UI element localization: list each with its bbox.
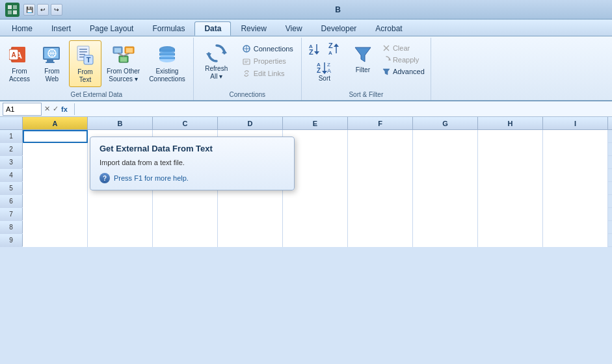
cell-E7[interactable] [283, 208, 348, 221]
cancel-icon[interactable]: ✕ [44, 105, 50, 113]
tab-formulas[interactable]: Formulas [143, 21, 194, 36]
sort-az-button[interactable]: A Z [306, 40, 324, 57]
cell-I8[interactable] [543, 221, 608, 234]
col-header-B[interactable]: B [88, 117, 153, 129]
from-other-sources-button[interactable]: From OtherSources ▾ [103, 40, 144, 86]
cell-H9[interactable] [478, 234, 543, 247]
cell-G5[interactable] [413, 182, 478, 195]
clear-button[interactable]: Clear [380, 43, 427, 53]
cell-I2[interactable] [543, 143, 608, 156]
cell-G6[interactable] [413, 195, 478, 208]
cell-H6[interactable] [478, 195, 543, 208]
cell-G1[interactable] [413, 130, 478, 143]
cell-A7[interactable] [23, 208, 88, 221]
col-header-D[interactable]: D [218, 117, 283, 129]
cell-A5[interactable] [23, 182, 88, 195]
tab-home[interactable]: Home [3, 21, 42, 36]
filter-button[interactable]: Filter [347, 40, 379, 76]
from-text-button[interactable]: T FromText [69, 40, 101, 87]
cell-F9[interactable] [348, 234, 413, 247]
cell-F1[interactable] [348, 130, 413, 143]
cell-I3[interactable] [543, 156, 608, 169]
tab-developer[interactable]: Developer [312, 21, 366, 36]
cell-E8[interactable] [283, 221, 348, 234]
col-header-G[interactable]: G [413, 117, 478, 129]
cell-C7[interactable] [153, 208, 218, 221]
cell-F7[interactable] [348, 208, 413, 221]
cell-H2[interactable] [478, 143, 543, 156]
cell-G3[interactable] [413, 156, 478, 169]
cell-G9[interactable] [413, 234, 478, 247]
cell-I9[interactable] [543, 234, 608, 247]
cell-B6[interactable] [88, 195, 153, 208]
tab-view[interactable]: View [276, 21, 312, 36]
cell-A1[interactable] [23, 130, 88, 143]
formula-icon[interactable]: fx [61, 105, 68, 113]
col-header-I[interactable]: I [543, 117, 608, 129]
cell-I7[interactable] [543, 208, 608, 221]
cell-E9[interactable] [283, 234, 348, 247]
cell-D8[interactable] [218, 221, 283, 234]
sort-button[interactable]: A Z Z A Sort [310, 58, 339, 84]
col-header-C[interactable]: C [153, 117, 218, 129]
tab-insert[interactable]: Insert [42, 21, 80, 36]
col-header-A[interactable]: A [23, 117, 88, 129]
tab-review[interactable]: Review [232, 21, 275, 36]
cell-G2[interactable] [413, 143, 478, 156]
cell-G7[interactable] [413, 208, 478, 221]
cell-B7[interactable] [88, 208, 153, 221]
cell-B8[interactable] [88, 221, 153, 234]
col-header-E[interactable]: E [283, 117, 348, 129]
cell-F3[interactable] [348, 156, 413, 169]
cell-D7[interactable] [218, 208, 283, 221]
connections-button[interactable]: Connections [239, 43, 296, 55]
edit-links-button[interactable]: Edit Links [239, 68, 296, 79]
cell-H8[interactable] [478, 221, 543, 234]
cell-F4[interactable] [348, 169, 413, 182]
cell-B9[interactable] [88, 234, 153, 247]
cell-F2[interactable] [348, 143, 413, 156]
properties-button[interactable]: Properties [239, 55, 296, 67]
cell-C9[interactable] [153, 234, 218, 247]
cell-I4[interactable] [543, 169, 608, 182]
cell-H5[interactable] [478, 182, 543, 195]
cell-D6[interactable] [218, 195, 283, 208]
confirm-icon[interactable]: ✓ [53, 105, 59, 113]
cell-C6[interactable] [153, 195, 218, 208]
name-box[interactable]: A1 [3, 103, 42, 116]
advanced-button[interactable]: Advanced [380, 66, 427, 77]
redo-btn[interactable]: ↪ [51, 4, 62, 16]
cell-F5[interactable] [348, 182, 413, 195]
save-quick-btn[interactable]: 💾 [23, 4, 35, 16]
cell-A4[interactable] [23, 169, 88, 182]
existing-connections-button[interactable]: ExistingConnections [145, 40, 189, 86]
cell-E6[interactable] [283, 195, 348, 208]
from-access-button[interactable]: A A FromAccess [4, 40, 35, 86]
tab-page-layout[interactable]: Page Layout [81, 21, 142, 36]
cell-A6[interactable] [23, 195, 88, 208]
cell-A3[interactable] [23, 156, 88, 169]
cell-A8[interactable] [23, 221, 88, 234]
cell-H4[interactable] [478, 169, 543, 182]
cell-H7[interactable] [478, 208, 543, 221]
tab-data[interactable]: Data [194, 21, 231, 36]
cell-A2[interactable] [23, 143, 88, 156]
undo-btn[interactable]: ↩ [37, 4, 49, 16]
cell-D9[interactable] [218, 234, 283, 247]
cell-I5[interactable] [543, 182, 608, 195]
cell-G4[interactable] [413, 169, 478, 182]
cell-H3[interactable] [478, 156, 543, 169]
cell-I1[interactable] [543, 130, 608, 143]
cell-F8[interactable] [348, 221, 413, 234]
tab-acrobat[interactable]: Acrobat [366, 21, 411, 36]
cell-C8[interactable] [153, 221, 218, 234]
reapply-button[interactable]: Reapply [380, 55, 427, 65]
from-web-button[interactable]: FromWeb [36, 40, 68, 86]
cell-A9[interactable] [23, 234, 88, 247]
sort-za-button[interactable]: Z A [325, 40, 343, 57]
col-header-F[interactable]: F [348, 117, 413, 129]
cell-I6[interactable] [543, 195, 608, 208]
cell-H1[interactable] [478, 130, 543, 143]
col-header-H[interactable]: H [478, 117, 543, 129]
refresh-all-button[interactable]: RefreshAll ▾ [198, 40, 235, 82]
